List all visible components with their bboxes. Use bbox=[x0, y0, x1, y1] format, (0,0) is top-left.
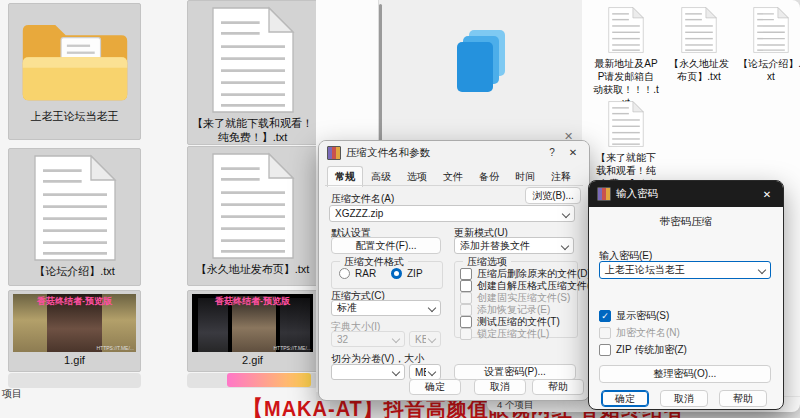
profiles-button[interactable]: 配置文件(F)... bbox=[331, 237, 441, 254]
update-mode-value: 添加并替换文件 bbox=[460, 239, 559, 253]
update-mode-select[interactable]: 添加并替换文件 bbox=[454, 237, 574, 254]
file-tile-gif[interactable]: 香菇终结者-预览版 HTTPS://T.ME/... 2.gif bbox=[187, 290, 318, 372]
dialog-tabs: 常规 高级 选项 文件 备份 时间 注释 bbox=[327, 166, 579, 187]
tab-time[interactable]: 时间 bbox=[507, 166, 543, 187]
method-select[interactable]: 标准 bbox=[331, 300, 441, 316]
dialog-titlebar[interactable]: 压缩文件名和参数 ? ✕ bbox=[319, 141, 589, 164]
cancel-button[interactable]: 取消 bbox=[474, 379, 526, 395]
gif-caption-text: 香菇终结者-预览版 bbox=[13, 295, 136, 308]
radio-label: RAR bbox=[355, 268, 376, 279]
file-label: 【永久地址发布页】.txt bbox=[192, 261, 314, 279]
ok-button[interactable]: 确定 bbox=[409, 379, 461, 395]
help-button[interactable]: 帮助 bbox=[532, 379, 584, 395]
folder-icon bbox=[17, 16, 133, 108]
tab-general[interactable]: 常规 bbox=[327, 166, 363, 187]
file-tile-txt[interactable]: 【论坛介绍】.txt bbox=[8, 148, 141, 286]
left-status-text: 项目 bbox=[2, 387, 22, 401]
help-icon[interactable]: ? bbox=[544, 147, 560, 158]
banner-gradient-fragment bbox=[227, 373, 311, 387]
split-size-input[interactable] bbox=[331, 364, 405, 380]
zip-legacy-checkbox[interactable]: ZIP 传统加密(Z) bbox=[599, 343, 687, 357]
dictionary-select: 32 bbox=[331, 331, 405, 347]
file-label: 【永久地址发布页】.txt bbox=[666, 57, 732, 83]
file-item-txt[interactable]: 【论坛介绍】.txt bbox=[738, 6, 800, 83]
checkbox-icon bbox=[599, 344, 611, 356]
archive-name-label: 压缩文件名(A) bbox=[331, 192, 394, 206]
set-password-button[interactable]: 设置密码(P)... bbox=[454, 364, 576, 380]
file-tile-txt[interactable]: 【永久地址发布页】.txt bbox=[187, 146, 318, 286]
method-value: 标准 bbox=[337, 301, 426, 315]
close-icon[interactable]: ✕ bbox=[759, 189, 775, 200]
winrar-icon bbox=[327, 146, 341, 160]
password-value: 上老王论坛当老王 bbox=[605, 263, 756, 277]
ok-button[interactable]: 确定 bbox=[601, 390, 649, 407]
chevron-down-icon bbox=[392, 335, 400, 343]
tab-comment[interactable]: 注释 bbox=[543, 166, 579, 187]
winrar-icon bbox=[597, 187, 611, 201]
radio-checked-icon bbox=[391, 268, 402, 279]
dialog-title: 输入密码 bbox=[616, 187, 754, 201]
dialog-titlebar[interactable]: 输入密码 ✕ bbox=[589, 181, 783, 207]
password-heading: 带密码压缩 bbox=[589, 215, 783, 229]
dictionary-unit-select: KB bbox=[409, 331, 441, 347]
organize-passwords-button[interactable]: 整理密码(O)... bbox=[599, 365, 771, 383]
tab-advanced[interactable]: 高级 bbox=[363, 166, 399, 187]
tab-options[interactable]: 选项 bbox=[399, 166, 435, 187]
format-rar-radio[interactable]: RAR bbox=[339, 268, 376, 279]
help-button[interactable]: 帮助 bbox=[719, 390, 767, 407]
option-lock: 锁定压缩文件(L) bbox=[460, 327, 549, 341]
checkbox-label: 锁定压缩文件(L) bbox=[477, 327, 549, 341]
chevron-down-icon bbox=[428, 335, 436, 343]
checkbox-icon bbox=[460, 328, 472, 340]
close-icon[interactable]: ✕ bbox=[565, 147, 581, 158]
checkbox-checked-icon: ✓ bbox=[599, 310, 611, 322]
file-item-txt[interactable]: 【永久地址发布页】.txt bbox=[666, 6, 732, 83]
browse-button[interactable]: 浏览(B)... bbox=[525, 187, 581, 204]
file-label: 【来了就能下载和观看！纯免费！】.txt bbox=[188, 115, 317, 147]
dialog-title: 压缩文件名和参数 bbox=[346, 146, 539, 160]
tab-backup[interactable]: 备份 bbox=[471, 166, 507, 187]
text-file-icon bbox=[607, 100, 645, 148]
radio-label: ZIP bbox=[407, 268, 423, 279]
split-unit: MB bbox=[415, 367, 426, 378]
chevron-down-icon bbox=[392, 368, 400, 376]
text-file-icon bbox=[752, 6, 790, 54]
text-file-icon bbox=[31, 153, 119, 263]
checkbox-label: 加密文件名(N) bbox=[616, 326, 680, 340]
archive-name-value: XGZZZ.zip bbox=[335, 208, 560, 219]
horizontal-scrollbar[interactable] bbox=[8, 373, 141, 388]
encrypt-filenames-checkbox: 加密文件名(N) bbox=[599, 326, 680, 340]
split-unit-select[interactable]: MB bbox=[409, 364, 441, 380]
tab-divider bbox=[325, 185, 583, 186]
text-file-icon bbox=[209, 5, 297, 115]
show-password-checkbox[interactable]: ✓ 显示密码(S) bbox=[599, 309, 669, 323]
file-item-txt[interactable]: 最新地址及APP请发邮箱自动获取！！！.txt bbox=[593, 6, 659, 109]
file-label: 2.gif bbox=[238, 352, 267, 370]
archive-format-label: 压缩文件格式 bbox=[340, 255, 408, 269]
checkbox-icon bbox=[599, 327, 611, 339]
format-zip-radio[interactable]: ZIP bbox=[391, 268, 423, 279]
dictionary-value: 32 bbox=[337, 334, 390, 345]
file-tile-gif[interactable]: 香菇终结者-预览版 HTTPS://T.ME/... 1.gif bbox=[8, 290, 141, 372]
password-input[interactable]: 上老王论坛当老王 bbox=[599, 261, 771, 279]
gif-thumbnail: 香菇终结者-预览版 HTTPS://T.ME/... bbox=[13, 294, 136, 352]
file-label: 【论坛介绍】.txt bbox=[30, 263, 119, 281]
chevron-down-icon bbox=[562, 209, 570, 217]
text-file-icon bbox=[209, 151, 297, 261]
dictionary-unit: KB bbox=[415, 334, 426, 345]
tab-files[interactable]: 文件 bbox=[435, 166, 471, 187]
cancel-button[interactable]: 取消 bbox=[660, 390, 708, 407]
file-tile-folder[interactable]: 上老王论坛当老王 bbox=[8, 3, 141, 140]
archive-name-input[interactable]: XGZZZ.zip bbox=[329, 205, 575, 222]
file-label: 1.gif bbox=[60, 352, 89, 370]
file-label: 【论坛介绍】.txt bbox=[738, 57, 800, 83]
copy-documents-icon bbox=[453, 28, 509, 94]
archive-dialog: 压缩文件名和参数 ? ✕ 常规 高级 选项 文件 备份 时间 注释 压缩文件名(… bbox=[318, 140, 590, 401]
checkbox-label: 显示密码(S) bbox=[616, 309, 669, 323]
desktop: 上老王论坛当老王 【来了就能下载和观看！纯免费！】.txt bbox=[0, 0, 800, 418]
gif-watermark-text: HTTPS://T.ME/... bbox=[273, 345, 311, 351]
file-tile-txt[interactable]: 【来了就能下载和观看！纯免费！】.txt bbox=[187, 0, 318, 145]
left-explorer-window: 上老王论坛当老王 【来了就能下载和观看！纯免费！】.txt bbox=[0, 0, 330, 418]
password-dialog: 输入密码 ✕ 带密码压缩 输入密码(E) 上老王论坛当老王 ✓ 显示密码(S) … bbox=[588, 180, 784, 410]
file-item-txt[interactable]: 【来了就能下载和观看！纯免费！】.txt bbox=[593, 100, 659, 190]
